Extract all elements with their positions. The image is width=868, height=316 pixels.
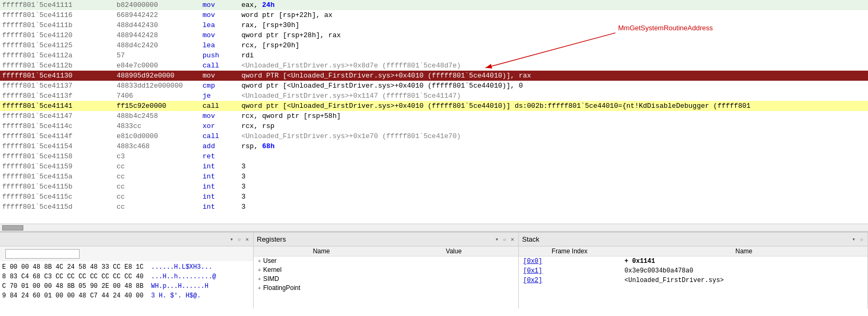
disasm-addr: fffff801`5ce4111b <box>0 20 117 30</box>
memory-panel: ▾ ☆ ✕ E 00 00 48 8B 4C 24 58 48 33 CC E8… <box>0 233 254 309</box>
memory-content: E 00 00 48 8B 4C 24 58 48 33 CC E8 1C ..… <box>0 261 253 302</box>
disasm-row[interactable]: fffff801`5ce4114fe81c0d0000call<Unloaded… <box>0 131 868 141</box>
reg-group-label: +Kernel <box>254 266 518 275</box>
reg-expand-icon[interactable]: + <box>258 277 261 283</box>
disasm-row[interactable]: fffff801`5ce411204889442428movqword ptr … <box>0 30 868 40</box>
disasm-row[interactable]: fffff801`5ce41125488d4c2420learcx, [rsp+… <box>0 40 868 50</box>
scrollbar-thumb[interactable] <box>2 225 23 230</box>
reg-col-value: Value <box>389 246 518 257</box>
stack-frame-link[interactable]: [0x0] <box>523 258 542 265</box>
stack-frame-link[interactable]: [0x2] <box>523 277 542 284</box>
disasm-bytes: cc <box>117 172 203 182</box>
disasm-addr: fffff801`5ce41159 <box>0 161 117 172</box>
disasm-row[interactable]: fffff801`5ce41147488b4c2458movrcx, qword… <box>0 111 868 121</box>
disasm-row[interactable]: fffff801`5ce4115dccint3 <box>0 202 868 212</box>
disasm-row[interactable]: fffff801`5ce41159ccint3 <box>0 161 868 172</box>
disasm-addr: fffff801`5ce41125 <box>0 40 117 50</box>
disasm-mnem: mov <box>203 111 241 121</box>
disasm-row[interactable]: fffff801`5ce41111b824000000moveax, 24h <box>0 0 868 10</box>
reg-table: Name Value +User+Kernel+SIMD+FloatingPoi… <box>254 246 518 293</box>
stack-name: 0x3e9c0034b0a478a0 <box>620 266 867 276</box>
disasm-ops: 3 <box>241 182 868 192</box>
stack-dropdown-icon[interactable]: ▾ <box>851 235 857 243</box>
disasm-bytes: 48833dd12e000000 <box>117 81 203 91</box>
bottom-panels: ▾ ☆ ✕ E 00 00 48 8B 4C 24 58 48 33 CC E8… <box>0 232 868 309</box>
stack-frame-index[interactable]: [0x2] <box>519 276 620 285</box>
stack-frame-index[interactable]: [0x1] <box>519 266 620 276</box>
disasm-addr: fffff801`5ce41154 <box>0 141 117 151</box>
disasm-ops: rcx, rsp <box>241 121 868 131</box>
mem-hex: E 00 00 48 8B 4C 24 58 48 33 CC E8 1C <box>2 263 143 271</box>
disasm-ops: <Unloaded_FirstDriver.sys>+0x8d7e (fffff… <box>241 61 868 71</box>
disasm-scrollbar[interactable] <box>0 224 868 231</box>
disasm-row[interactable]: fffff801`5ce411166689442422movword ptr [… <box>0 10 868 20</box>
reg-expand-icon[interactable]: + <box>258 259 261 264</box>
stack-panel-body: Frame Index Name [0x0] + 0x1141[0x1]0x3e… <box>519 246 867 309</box>
disasm-row[interactable]: fffff801`5ce41130488905d92e0000movqword … <box>0 71 868 81</box>
stack-panel-icons: ▾ ☆ <box>851 235 864 243</box>
disasm-bytes: cc <box>117 182 203 192</box>
disasm-addr: fffff801`5ce41137 <box>0 81 117 91</box>
mem-hex: C 70 01 00 00 48 8B 05 90 2E 00 48 8B <box>2 283 143 290</box>
disasm-row[interactable]: fffff801`5ce4112a57pushrdi <box>0 50 868 61</box>
disasm-bytes: cc <box>117 161 203 172</box>
disasm-mnem: mov <box>203 30 241 40</box>
memory-dropdown-icon[interactable]: ▾ <box>229 235 235 243</box>
stack-panel-header: Stack ▾ ☆ <box>519 233 867 246</box>
disasm-addr: fffff801`5ce41158 <box>0 151 117 161</box>
disasm-ops: qword ptr [<Unloaded_FirstDriver.sys>+0x… <box>241 101 868 111</box>
memory-panel-body: E 00 00 48 8B 4C 24 58 48 33 CC E8 1C ..… <box>0 261 253 309</box>
reg-group-row[interactable]: +FloatingPoint <box>254 284 518 293</box>
disasm-row[interactable]: fffff801`5ce41158c3ret <box>0 151 868 161</box>
stack-name-suffix: + 0x1141 <box>624 258 655 265</box>
disasm-ops: <Unloaded_FirstDriver.sys>+0x1147 (fffff… <box>241 91 868 101</box>
disasm-row[interactable]: fffff801`5ce4112be84e7c0000call<Unloaded… <box>0 61 868 71</box>
disasm-mnem: add <box>203 141 241 151</box>
disasm-ops: qword ptr [<Unloaded_FirstDriver.sys>+0x… <box>241 81 868 91</box>
disasm-bytes: e81c0d0000 <box>117 131 203 141</box>
registers-pin-icon[interactable]: ☆ <box>502 235 508 243</box>
reg-group-row[interactable]: +SIMD <box>254 275 518 284</box>
stack-table: Frame Index Name [0x0] + 0x1141[0x1]0x3e… <box>519 246 867 285</box>
disasm-row[interactable]: fffff801`5ce4115accint3 <box>0 172 868 182</box>
disasm-row[interactable]: fffff801`5ce4111b488d442430learax, [rsp+… <box>0 20 868 30</box>
disasm-row[interactable]: fffff801`5ce41141ff15c92e0000callqword p… <box>0 101 868 111</box>
disasm-ops: rcx, qword ptr [rsp+58h] <box>241 111 868 121</box>
reg-group-row[interactable]: +User <box>254 257 518 266</box>
memory-pin-icon[interactable]: ☆ <box>237 235 242 243</box>
disasm-ops: <Unloaded_FirstDriver.sys>+0x1e70 (fffff… <box>241 131 868 141</box>
disasm-row[interactable]: fffff801`5ce4115bccint3 <box>0 182 868 192</box>
memory-close-icon[interactable]: ✕ <box>244 235 250 243</box>
memory-address-input[interactable] <box>5 249 80 259</box>
disasm-row[interactable]: fffff801`5ce4113748833dd12e000000cmpqwor… <box>0 81 868 91</box>
stack-frame-link[interactable]: [0x1] <box>523 267 542 275</box>
disasm-ops: rax, [rsp+30h] <box>241 20 868 30</box>
reg-expand-icon[interactable]: + <box>258 286 261 292</box>
disasm-bytes: b824000000 <box>117 0 203 10</box>
disasm-mnem: call <box>203 131 241 141</box>
stack-panel-title: Stack <box>522 235 540 243</box>
stack-name: <Unloaded_FirstDriver.sys> <box>620 276 867 285</box>
disasm-row[interactable]: fffff801`5ce4115cccint3 <box>0 192 868 202</box>
mem-ascii: 3 H. $'. H$@. <box>151 292 201 300</box>
reg-group-row[interactable]: +Kernel <box>254 266 518 275</box>
disasm-addr: fffff801`5ce4113f <box>0 91 117 101</box>
stack-col-name: Name <box>620 246 867 257</box>
reg-expand-icon[interactable]: + <box>258 268 261 274</box>
disasm-bytes: 4883c468 <box>117 141 203 151</box>
reg-group-label: +FloatingPoint <box>254 284 518 293</box>
registers-close-icon[interactable]: ✕ <box>509 235 515 243</box>
stack-frame-index[interactable]: [0x0] <box>519 257 620 267</box>
disasm-addr: fffff801`5ce41130 <box>0 71 117 81</box>
disasm-mnem: call <box>203 101 241 111</box>
disasm-mnem: int <box>203 202 241 212</box>
disasm-row[interactable]: fffff801`5ce4114c4833ccxorrcx, rsp <box>0 121 868 131</box>
disasm-bytes: 488d442430 <box>117 20 203 30</box>
registers-dropdown-icon[interactable]: ▾ <box>494 235 500 243</box>
disasm-ops: rcx, [rsp+20h] <box>241 40 868 50</box>
disasm-row[interactable]: fffff801`5ce4113f7406je<Unloaded_FirstDr… <box>0 91 868 101</box>
stack-pin-icon[interactable]: ☆ <box>858 235 864 243</box>
disasm-row[interactable]: fffff801`5ce411544883c468addrsp, 68h <box>0 141 868 151</box>
stack-row: [0x2]<Unloaded_FirstDriver.sys> <box>519 276 867 285</box>
memory-line: 8 83 C4 68 C3 CC CC CC CC CC CC CC 40 ..… <box>2 272 251 281</box>
